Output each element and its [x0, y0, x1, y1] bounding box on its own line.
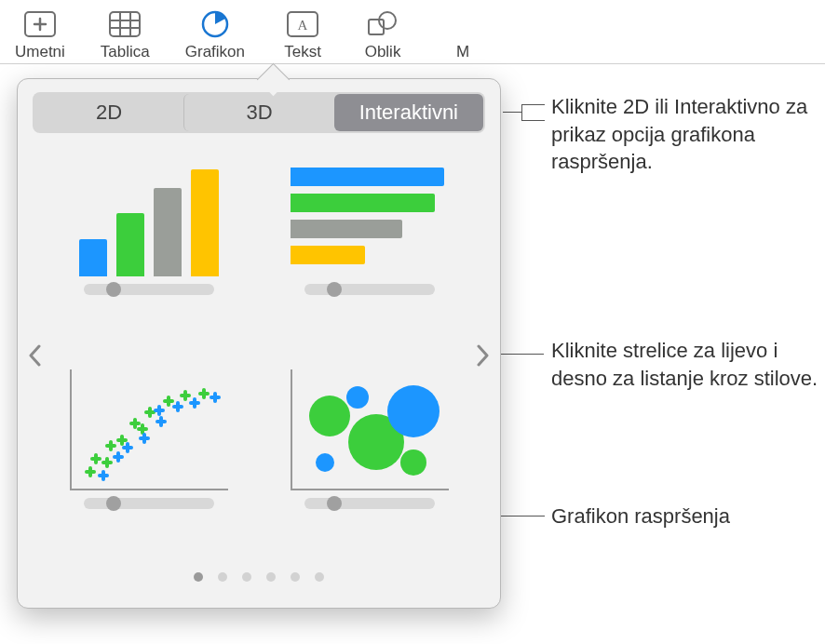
tool-insert[interactable]: Umetni — [15, 7, 65, 61]
chart-picker-popover: 2D 3D Interaktivni — [17, 78, 501, 609]
svg-point-53 — [309, 396, 350, 436]
svg-point-57 — [346, 386, 369, 409]
svg-rect-3 — [110, 12, 140, 36]
svg-point-55 — [400, 449, 426, 476]
tool-label: Grafikon — [185, 43, 245, 61]
style-slider[interactable] — [84, 284, 214, 295]
callout-connector — [521, 120, 545, 121]
plus-box-icon — [18, 7, 62, 41]
svg-point-58 — [387, 385, 440, 437]
callout-arrows: Kliknite strelice za lijevo i desno za l… — [551, 337, 821, 392]
style-slider[interactable] — [304, 498, 435, 509]
callout-scatter: Grafikon raspršenja — [551, 503, 730, 530]
page-dot[interactable] — [242, 572, 251, 582]
style-slider[interactable] — [304, 284, 435, 295]
prev-style-button[interactable] — [25, 342, 44, 369]
tool-text[interactable]: A Tekst — [280, 7, 325, 61]
callout-connector — [503, 112, 521, 113]
blank-icon — [440, 7, 485, 41]
callout-connector — [521, 104, 522, 120]
page-dot[interactable] — [194, 572, 203, 582]
chart-option-scatter[interactable] — [57, 369, 240, 556]
tool-more[interactable]: M — [440, 7, 485, 61]
tab-3d[interactable]: 3D — [183, 94, 333, 131]
tool-label: Umetni — [15, 43, 65, 61]
bar-chart-icon — [286, 155, 453, 276]
page-dot[interactable] — [315, 572, 324, 582]
tool-label: Oblik — [365, 43, 401, 61]
tab-interactive[interactable]: Interaktivni — [334, 94, 483, 131]
tool-table[interactable]: Tablica — [101, 7, 150, 61]
text-box-icon: A — [280, 7, 325, 41]
tool-label: M — [456, 43, 469, 61]
chevron-left-icon — [28, 344, 41, 367]
tool-label: Tablica — [101, 43, 150, 61]
tool-shape[interactable]: Oblik — [360, 7, 405, 61]
style-slider[interactable] — [84, 498, 214, 509]
table-icon — [102, 7, 147, 41]
callout-connector — [499, 354, 544, 355]
tool-chart[interactable]: Grafikon — [185, 7, 245, 61]
svg-point-56 — [316, 453, 334, 472]
chart-option-bar[interactable] — [277, 155, 461, 342]
tool-label: Tekst — [284, 43, 321, 61]
callout-tabs: Kliknite 2D ili Interaktivno za prikaz o… — [551, 93, 821, 176]
callout-connector — [521, 104, 545, 105]
chart-type-tabs: 2D 3D Interaktivni — [33, 92, 485, 133]
pie-chart-icon — [193, 7, 237, 41]
next-style-button[interactable] — [474, 342, 493, 369]
page-dots — [33, 572, 485, 582]
page-dot[interactable] — [218, 572, 227, 582]
page-dot[interactable] — [266, 572, 276, 582]
chevron-right-icon — [477, 344, 490, 367]
toolbar: Umetni Tablica Grafikon A Tekst Oblik M — [0, 0, 825, 64]
chart-option-column[interactable] — [57, 155, 240, 342]
tab-2d[interactable]: 2D — [34, 94, 183, 131]
shapes-icon — [360, 7, 405, 41]
bubble-chart-icon — [286, 369, 453, 490]
scatter-chart-icon — [65, 369, 233, 490]
svg-text:A: A — [298, 18, 308, 33]
chart-option-bubble[interactable] — [277, 369, 461, 556]
page-dot[interactable] — [291, 572, 300, 582]
column-chart-icon — [65, 155, 233, 276]
